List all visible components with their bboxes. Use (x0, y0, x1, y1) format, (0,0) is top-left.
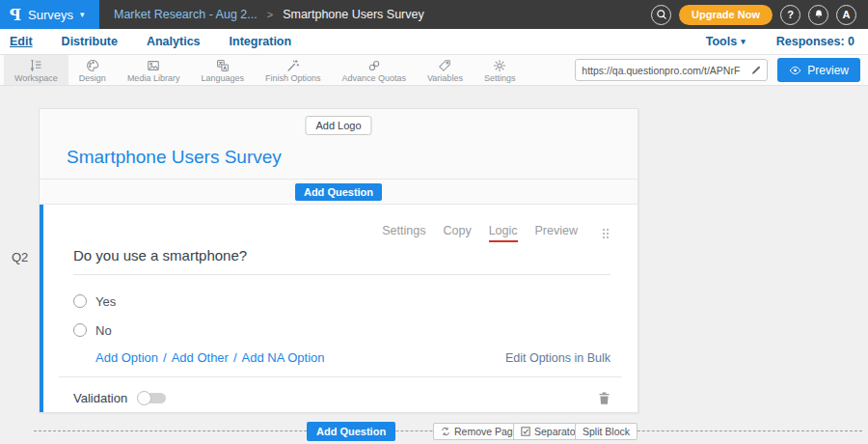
add-other-link[interactable]: Add Other (172, 350, 229, 365)
option-links-row: Add Option / Add Other / Add NA Option E… (73, 350, 610, 365)
page-break-row: Add Question Remove Page Break Separator… (34, 422, 862, 443)
divider (59, 376, 622, 377)
topbar-actions: Upgrade Now ? A (651, 0, 868, 29)
add-question-button-top[interactable]: Add Question (295, 183, 382, 201)
breadcrumb: Market Research - Aug 2... > Smartphone … (114, 0, 424, 29)
question-text[interactable]: Do you use a smartphone? (73, 247, 610, 275)
answer-option-label[interactable]: Yes (95, 294, 116, 309)
toolbar-item-label: Media Library (127, 73, 180, 83)
translate-icon (216, 59, 230, 72)
gear-icon (493, 59, 506, 72)
option-links: Add Option / Add Other / Add NA Option (95, 350, 325, 365)
survey-card: Add Logo Smartphone Users Survey Add Que… (39, 108, 638, 413)
survey-nav: Edit Distribute Analytics Integration To… (0, 29, 868, 55)
toolbar-item-label: Workspace (14, 73, 58, 83)
split-block-label: Split Block (583, 426, 630, 437)
split-block-button[interactable]: Split Block (575, 423, 637, 440)
nav-tab-edit[interactable]: Edit (10, 33, 33, 50)
question-code: Q2 (12, 250, 28, 264)
add-option-link[interactable]: Add Option (95, 350, 158, 365)
chevron-down-icon: ▾ (741, 38, 746, 46)
survey-canvas: Q2 Add Logo Smartphone Users Survey Add … (0, 86, 868, 444)
help-button[interactable]: ? (780, 5, 800, 25)
tag-icon (438, 59, 451, 72)
toolbar-item-finish-options[interactable]: Finish Options (255, 55, 332, 85)
radio-button-icon[interactable] (73, 294, 87, 308)
toolbar-item-design[interactable]: Design (68, 55, 117, 85)
link-separator: / (163, 350, 167, 365)
responses-count[interactable]: Responses: 0 (776, 35, 854, 48)
toolbar-item-label: Design (79, 73, 106, 83)
edit-url-button[interactable] (746, 65, 767, 75)
add-question-button-bottom[interactable]: Add Question (307, 422, 395, 441)
toolbar-item-variables[interactable]: Variables (417, 55, 474, 85)
toggle-knob (137, 391, 151, 405)
validation-toggle[interactable] (137, 392, 166, 404)
question-mark-icon: ? (787, 9, 794, 20)
bell-icon (813, 9, 825, 20)
delete-question-button[interactable] (598, 391, 610, 405)
questionpro-logo-icon: P (10, 6, 21, 24)
toolbar-item-label: Finish Options (265, 73, 321, 83)
question-tab-logic[interactable]: Logic (489, 224, 518, 242)
toolbar-item-workspace[interactable]: Workspace (4, 55, 68, 85)
avatar-initial: A (843, 9, 851, 20)
toolbar-item-label: Variables (427, 73, 463, 83)
editor-toolbar: Workspace Design Media Library Languages… (0, 55, 868, 86)
eye-icon (789, 66, 801, 75)
question-tab-copy[interactable]: Copy (443, 224, 471, 242)
search-icon (656, 9, 667, 20)
preview-label: Preview (807, 64, 849, 77)
toolbar-item-media-library[interactable]: Media Library (117, 55, 191, 85)
edit-options-in-bulk-link[interactable]: Edit Options in Bulk (505, 351, 610, 365)
breadcrumb-separator: > (267, 9, 273, 20)
notifications-button[interactable] (808, 5, 828, 25)
answer-option-label[interactable]: No (95, 323, 112, 338)
answer-option-row[interactable]: No (73, 320, 112, 340)
nav-tab-analytics[interactable]: Analytics (147, 33, 201, 50)
toolbar-item-label: Advance Quotas (341, 73, 406, 83)
palette-icon (86, 59, 99, 72)
product-label: Surveys (28, 8, 73, 22)
question-block: Settings Copy Logic Preview Do you use a… (40, 205, 637, 412)
subnav-right: Tools ▾ Responses: 0 (706, 35, 854, 48)
surveys-product-menu[interactable]: P Surveys ▾ (0, 0, 99, 29)
toolbar-item-languages[interactable]: Languages (190, 55, 255, 85)
add-na-option-link[interactable]: Add NA Option (242, 350, 325, 365)
workspace-icon (29, 59, 42, 72)
trash-icon (598, 391, 610, 405)
answer-option-row[interactable]: Yes (73, 291, 116, 311)
nav-tab-distribute[interactable]: Distribute (62, 33, 118, 50)
question-action-tabs: Settings Copy Logic Preview (382, 224, 610, 242)
remove-page-break-icon (441, 427, 450, 436)
tools-menu[interactable]: Tools ▾ (706, 35, 746, 48)
toolbar-item-label: Settings (484, 73, 516, 83)
checkbox-checked-icon (521, 427, 530, 436)
tools-label: Tools (706, 35, 737, 48)
search-button[interactable] (651, 5, 671, 25)
toolbar-item-label: Languages (201, 73, 244, 83)
magic-wand-icon (286, 59, 300, 72)
toolbar-item-advance-quotas[interactable]: Advance Quotas (331, 55, 417, 85)
nav-tab-integration[interactable]: Integration (230, 33, 292, 50)
upgrade-now-button[interactable]: Upgrade Now (679, 5, 773, 25)
app-window: P Surveys ▾ Market Research - Aug 2... >… (0, 0, 868, 444)
add-logo-button[interactable]: Add Logo (305, 116, 371, 135)
validation-label: Validation (73, 391, 127, 405)
account-avatar[interactable]: A (836, 5, 856, 25)
toolbar-right: Preview (575, 55, 868, 85)
image-icon (147, 59, 160, 72)
survey-url-input[interactable] (576, 65, 746, 76)
preview-button[interactable]: Preview (777, 58, 860, 82)
link-separator: / (233, 350, 237, 365)
question-tab-settings[interactable]: Settings (382, 224, 425, 242)
chevron-down-icon: ▾ (80, 11, 85, 19)
question-tab-preview[interactable]: Preview (535, 224, 578, 242)
radio-button-icon[interactable] (73, 323, 87, 337)
question-more-menu-icon[interactable] (601, 227, 610, 240)
breadcrumb-folder[interactable]: Market Research - Aug 2... (114, 8, 258, 21)
survey-url-box (575, 59, 768, 81)
breadcrumb-survey-name: Smartphone Users Survey (283, 8, 424, 21)
survey-title[interactable]: Smartphone Users Survey (67, 147, 282, 168)
toolbar-item-settings[interactable]: Settings (474, 55, 527, 85)
